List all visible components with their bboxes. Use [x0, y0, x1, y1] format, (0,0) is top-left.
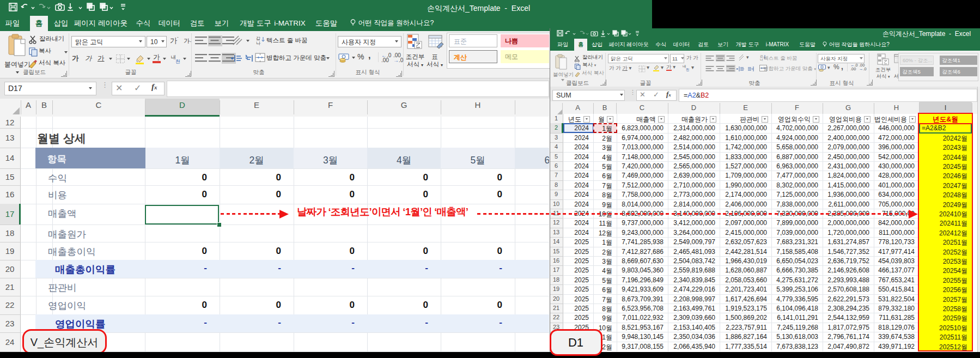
- svg-text:나: 나: [256, 41, 260, 46]
- svg-text:천: 천: [686, 68, 690, 71]
- svg-text:갑: 갑: [256, 36, 260, 41]
- svg-text:천: 천: [175, 59, 180, 64]
